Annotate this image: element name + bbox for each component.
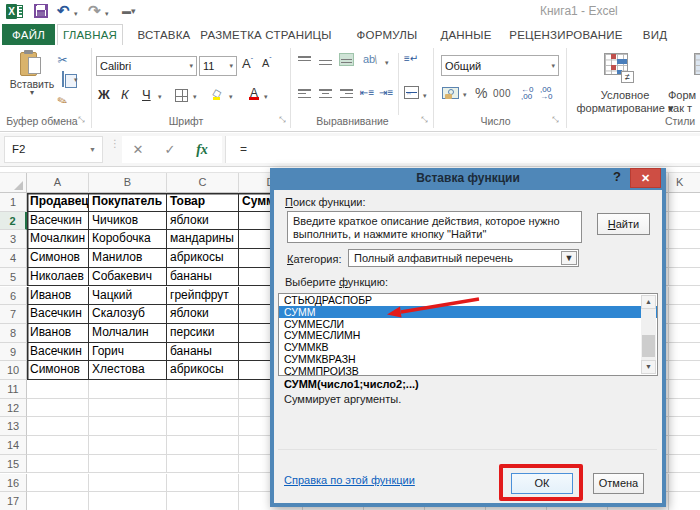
cell[interactable] xyxy=(669,417,700,436)
scroll-thumb[interactable] xyxy=(642,335,655,357)
cell[interactable] xyxy=(669,455,700,474)
cell[interactable] xyxy=(669,268,700,287)
cell[interactable] xyxy=(27,455,89,474)
cell[interactable] xyxy=(167,417,239,436)
cell[interactable] xyxy=(89,380,167,399)
cell[interactable]: Мочалкин xyxy=(27,230,89,249)
percent-style-button[interactable]: % xyxy=(475,85,487,101)
tab-рецензирование[interactable]: РЕЦЕНЗИРОВАНИЕ xyxy=(505,24,627,45)
cell[interactable] xyxy=(669,492,700,510)
cell[interactable] xyxy=(89,399,167,418)
cell[interactable] xyxy=(27,417,89,436)
cell[interactable]: мандарины xyxy=(167,230,239,249)
alignment-dialog-launcher-icon[interactable] xyxy=(421,115,431,125)
orientation-dropdown-icon[interactable]: ▾ xyxy=(385,59,389,67)
cell[interactable]: Чацкий xyxy=(89,287,167,306)
tab-вставка[interactable]: ВСТАВКА xyxy=(133,24,195,45)
number-format-combo[interactable]: Общий ▾ xyxy=(441,55,559,76)
borders-icon[interactable] xyxy=(175,89,188,102)
cell[interactable] xyxy=(669,305,700,324)
cell[interactable] xyxy=(669,361,700,380)
cell[interactable] xyxy=(27,474,89,493)
cell[interactable]: Покупатель xyxy=(89,193,167,212)
cell[interactable]: Продавец xyxy=(27,193,89,212)
dialog-help-icon[interactable]: ? xyxy=(607,169,627,184)
cell[interactable]: Молчалин xyxy=(89,324,167,343)
tab-главная[interactable]: ГЛАВНАЯ xyxy=(57,24,123,45)
cell[interactable]: персики xyxy=(167,324,239,343)
function-item-суммесли[interactable]: СУММЕСЛИ xyxy=(279,318,657,330)
row-header-16[interactable]: 16 xyxy=(0,474,27,493)
undo-dropdown-icon[interactable]: ▾ xyxy=(74,10,78,18)
scroll-up-icon[interactable]: ▲ xyxy=(641,295,656,309)
cell[interactable]: Иванов xyxy=(27,324,89,343)
save-icon[interactable] xyxy=(34,4,48,18)
font-size-combo[interactable]: 11 ▾ xyxy=(199,56,237,76)
cell[interactable]: Симонов xyxy=(27,249,89,268)
cell[interactable] xyxy=(27,380,89,399)
cell[interactable]: Манилов xyxy=(89,249,167,268)
comma-style-button[interactable]: 000 xyxy=(493,88,511,99)
cell[interactable] xyxy=(167,474,239,493)
tab-разметка страницы[interactable]: РАЗМЕТКА СТРАНИЦЫ xyxy=(196,24,336,45)
help-link[interactable]: Справка по этой функции xyxy=(284,474,415,486)
cell[interactable]: бананы xyxy=(167,268,239,287)
decrease-decimal-icon[interactable]: ,00→0 xyxy=(540,86,552,100)
column-header-A[interactable]: A xyxy=(27,173,89,193)
decrease-indent-icon[interactable]: ⇤≡ xyxy=(360,87,374,98)
accounting-format-icon[interactable] xyxy=(442,87,459,99)
column-header-K[interactable]: K xyxy=(669,173,700,193)
cell[interactable] xyxy=(167,380,239,399)
row-header-10[interactable]: 10 xyxy=(0,361,27,380)
row-header-7[interactable]: 7 xyxy=(0,305,27,324)
cell[interactable]: абрикосы xyxy=(167,249,239,268)
cancel-button[interactable]: Отмена xyxy=(593,473,644,494)
cell[interactable]: грейпфрут xyxy=(167,287,239,306)
scroll-down-icon[interactable]: ▼ xyxy=(641,360,656,374)
cell[interactable] xyxy=(89,436,167,455)
row-header-9[interactable]: 9 xyxy=(0,343,27,362)
italic-button[interactable]: К xyxy=(121,87,129,102)
search-function-input[interactable]: Введите краткое описание действия, котор… xyxy=(287,211,582,243)
row-header-3[interactable]: 3 xyxy=(0,230,27,249)
cell[interactable] xyxy=(27,492,89,510)
cell[interactable]: Симонов xyxy=(27,361,89,380)
shrink-font-button[interactable]: Аˇ xyxy=(262,56,272,69)
row-header-13[interactable]: 13 xyxy=(0,417,27,436)
font-color-dropdown-icon[interactable]: ▾ xyxy=(264,93,268,101)
fill-color-dropdown-icon[interactable]: ▾ xyxy=(229,93,233,101)
underline-dropdown-icon[interactable]: ▾ xyxy=(158,93,162,101)
function-item-суммпроизв[interactable]: СУММПРОИЗВ xyxy=(279,365,657,376)
excel-logo-icon[interactable]: X xyxy=(6,4,23,19)
accounting-dropdown-icon[interactable]: ▾ xyxy=(463,91,467,99)
merge-center-dropdown-icon[interactable]: ▾ xyxy=(423,92,427,100)
dialog-close-icon[interactable]: ✕ xyxy=(630,168,661,188)
cell[interactable] xyxy=(669,230,700,249)
cell[interactable] xyxy=(89,492,167,510)
function-list[interactable]: СТЬЮДРАСПОБРСУММСУММЕСЛИСУММЕСЛИМНСУММКВ… xyxy=(278,293,658,376)
conditional-formatting-icon[interactable]: ≠ xyxy=(604,53,630,79)
cell[interactable]: Скалозуб xyxy=(89,305,167,324)
redo-icon[interactable]: ↷ xyxy=(88,4,101,18)
number-dialog-launcher-icon[interactable] xyxy=(552,115,562,125)
format-as-table-icon[interactable] xyxy=(694,53,700,79)
font-dialog-launcher-icon[interactable] xyxy=(279,115,289,125)
tab-данные[interactable]: ДАННЫЕ xyxy=(434,24,498,45)
borders-dropdown-icon[interactable]: ▾ xyxy=(193,93,197,101)
cell[interactable] xyxy=(669,436,700,455)
font-name-combo[interactable]: Calibri ▾ xyxy=(96,56,197,76)
cell[interactable] xyxy=(167,492,239,510)
enter-formula-icon[interactable]: ✓ xyxy=(154,142,186,157)
tab-файл[interactable]: ФАЙЛ xyxy=(2,24,55,45)
cell[interactable]: яблоки xyxy=(167,212,239,231)
column-header-C[interactable]: C xyxy=(167,173,239,193)
cell[interactable] xyxy=(669,399,700,418)
align-top-icon[interactable] xyxy=(297,54,312,67)
row-header-4[interactable]: 4 xyxy=(0,249,27,268)
cell[interactable]: Собакевич xyxy=(89,268,167,287)
cell[interactable]: Иванов xyxy=(27,287,89,306)
row-header-11[interactable]: 11 xyxy=(0,380,27,399)
cut-icon[interactable]: ✂ xyxy=(54,53,71,68)
cell[interactable]: Чичиков xyxy=(89,212,167,231)
row-header-12[interactable]: 12 xyxy=(0,399,27,418)
